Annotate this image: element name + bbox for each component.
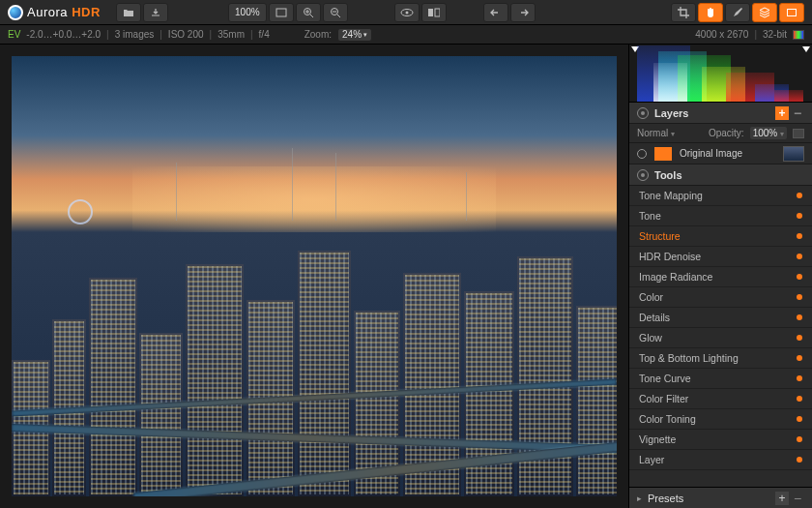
expand-dot-icon [797,335,802,341]
brush-tool-button[interactable] [725,3,750,22]
layer-color-swatch [654,147,672,161]
tool-row[interactable]: Color [629,287,812,308]
tools-title: Tools [654,169,682,181]
tool-label: Color Toning [639,413,696,425]
ev-label: EV [8,29,20,40]
opacity-value[interactable]: 100% ▾ [750,127,787,139]
expand-dot-icon [797,436,802,442]
mask-icon[interactable] [793,129,804,138]
zoom-in-button[interactable] [296,3,321,22]
image-preview [12,56,617,496]
presets-panel-button[interactable] [779,3,804,22]
presets-bar[interactable]: ▸ Presets + − [629,487,812,508]
preview-button[interactable] [394,3,420,22]
tool-label: Tone Mapping [639,190,703,201]
tool-row[interactable]: Details [629,308,812,328]
tools-list: Tone MappingToneStructureHDR DenoiseImag… [629,186,812,487]
top-toolbar: Aurora HDR 100% [0,0,812,25]
layer-item[interactable]: Original Image [629,143,812,164]
expand-dot-icon [797,355,802,361]
main-area: Layers + − Normal ▾ Opacity: 100% ▾ Orig… [0,45,812,508]
fit-screen-button[interactable] [269,3,294,22]
blend-mode-dropdown[interactable]: Normal ▾ [637,128,675,138]
compare-button[interactable] [421,3,447,22]
layers-panel-header: Layers + − [629,103,812,124]
expand-dot-icon [797,375,802,381]
presets-title: Presets [648,493,683,504]
tool-row[interactable]: HDR Denoise [629,247,812,267]
image-count: 3 images [115,29,155,40]
tool-row[interactable]: Tone [629,206,812,226]
tool-label: Layer [639,454,664,465]
tool-row[interactable]: Vignette [629,430,812,450]
tool-row[interactable]: Glow [629,328,812,348]
open-folder-button[interactable] [116,3,141,22]
tool-label: Top & Bottom Lighting [639,352,739,364]
expand-dot-icon [797,233,802,239]
export-button[interactable] [143,3,168,22]
svg-point-4 [405,11,408,14]
zoom-out-button[interactable] [323,3,348,22]
aperture-value: f/4 [259,29,270,40]
expand-dot-icon [797,213,802,219]
zoom-dropdown[interactable]: 24% ▾ [337,28,372,42]
highlight-clip-indicator[interactable] [802,46,810,52]
tool-row[interactable]: Image Radiance [629,267,812,287]
eye-icon[interactable] [637,169,649,181]
undo-button[interactable] [483,3,508,22]
add-preset-button[interactable]: + [775,492,789,505]
app-name: Aurora HDR [27,5,101,19]
remove-layer-button[interactable]: − [791,106,804,120]
histogram-toggle-icon[interactable] [793,30,804,40]
image-dimensions: 4000 x 2670 [695,29,748,40]
layer-name: Original Image [680,148,742,159]
tool-label: Color Filter [639,393,688,404]
hand-tool-button[interactable] [698,3,723,22]
redo-button[interactable] [510,3,536,22]
canvas[interactable] [0,45,628,508]
iso-value: ISO 200 [168,29,204,40]
crop-button[interactable] [671,3,696,22]
svg-rect-6 [435,9,440,16]
right-sidebar: Layers + − Normal ▾ Opacity: 100% ▾ Orig… [628,45,812,508]
tool-row[interactable]: Color Toning [629,409,812,430]
tool-row[interactable]: Top & Bottom Lighting [629,348,812,369]
ev-value: -2.0…+0.0…+2.0 [26,29,101,40]
expand-dot-icon [797,396,802,402]
zoom-display[interactable]: 100% [228,3,267,22]
tool-label: Glow [639,332,662,344]
tool-label: Details [639,312,670,323]
layers-panel-button[interactable] [752,3,777,22]
layer-controls: Normal ▾ Opacity: 100% ▾ [629,124,812,143]
bit-depth: 32-bit [763,29,787,40]
tool-row[interactable]: Color Filter [629,389,812,409]
layer-thumbnail [783,146,804,162]
layers-title: Layers [654,107,688,119]
tool-label: HDR Denoise [639,251,701,262]
tool-label: Vignette [639,433,676,445]
tool-label: Tone Curve [639,373,691,384]
tool-row[interactable]: Structure [629,226,812,247]
tool-row[interactable]: Tone Mapping [629,186,812,206]
add-layer-button[interactable]: + [775,106,789,120]
focal-length: 35mm [218,29,245,40]
info-bar: EV -2.0…+0.0…+2.0 | 3 images | ISO 200 |… [0,25,812,45]
expand-dot-icon [797,274,802,280]
tools-panel-header: Tools [629,164,812,186]
layer-visibility-icon[interactable] [637,149,647,159]
expand-dot-icon [797,314,802,320]
tool-row[interactable]: Tone Curve [629,369,812,389]
eye-icon[interactable] [637,107,649,119]
histogram[interactable] [629,45,812,103]
remove-preset-button[interactable]: − [791,492,804,505]
expand-dot-icon [797,294,802,300]
tool-row[interactable]: Layer [629,450,812,470]
tool-label: Tone [639,210,661,222]
expand-dot-icon [797,416,802,422]
logo-icon [8,5,23,20]
svg-rect-0 [276,9,286,16]
app-logo: Aurora HDR [8,5,101,20]
zoom-label: Zoom: [304,29,332,40]
expand-dot-icon [797,457,802,463]
svg-rect-5 [428,9,433,16]
